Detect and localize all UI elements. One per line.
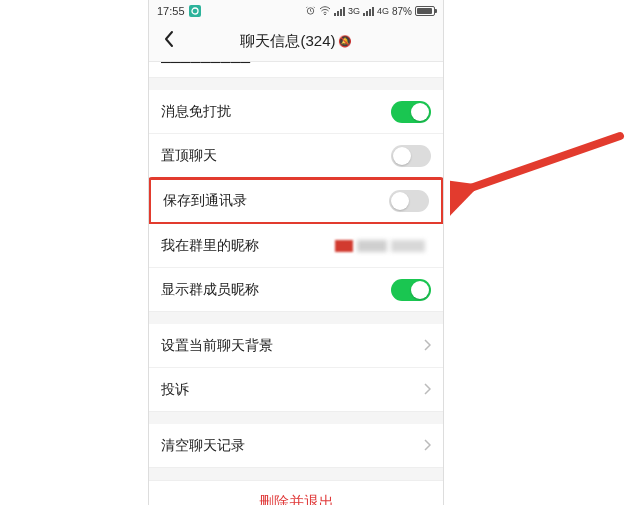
row-label: 设置当前聊天背景 (161, 337, 273, 355)
row-report[interactable]: 投诉 (149, 368, 443, 412)
status-app-icon (189, 5, 201, 17)
chevron-right-icon (423, 438, 431, 454)
row-show-member-alias[interactable]: 显示群成员昵称 (149, 268, 443, 312)
annotation-arrow (450, 118, 630, 238)
battery-icon (415, 6, 435, 16)
toggle-mute[interactable] (391, 101, 431, 123)
phone-frame: 17:55 3G 4G 87% 聊天信息(324)🔕 (148, 0, 444, 505)
signal-icon-1 (334, 7, 345, 16)
row-label: 置顶聊天 (161, 147, 217, 165)
alias-value-redacted (335, 237, 431, 255)
row-label: 删除并退出 (259, 493, 334, 505)
svg-point-0 (192, 8, 198, 14)
nav-bar: 聊天信息(324)🔕 (149, 22, 443, 62)
status-time: 17:55 (157, 5, 185, 17)
alarm-icon (305, 5, 316, 18)
network-label-1: 3G (348, 6, 360, 16)
row-my-group-alias[interactable]: 我在群里的昵称 (149, 224, 443, 268)
settings-list: █████████ 消息免打扰 置顶聊天 保存到通讯录 我在群里的昵称 显示群成… (149, 62, 443, 505)
row-label: 清空聊天记录 (161, 437, 245, 455)
battery-pct: 87% (392, 6, 412, 17)
svg-point-2 (324, 14, 325, 15)
row-label: 投诉 (161, 381, 189, 399)
back-button[interactable] (157, 26, 181, 57)
row-label: 显示群成员昵称 (161, 281, 259, 299)
network-label-2: 4G (377, 6, 389, 16)
toggle-show-alias[interactable] (391, 279, 431, 301)
row-mute-notifications[interactable]: 消息免打扰 (149, 90, 443, 134)
row-save-to-contacts[interactable]: 保存到通讯录 (151, 180, 441, 222)
chevron-right-icon (423, 338, 431, 354)
partial-cutoff-row: █████████ (149, 62, 443, 78)
mute-icon: 🔕 (338, 35, 352, 47)
row-delete-and-exit[interactable]: 删除并退出 (149, 480, 443, 505)
row-label: 我在群里的昵称 (161, 237, 259, 255)
row-clear-history[interactable]: 清空聊天记录 (149, 424, 443, 468)
toggle-sticky[interactable] (391, 145, 431, 167)
highlight-annotation: 保存到通讯录 (149, 177, 443, 225)
wifi-icon (319, 5, 331, 17)
signal-icon-2 (363, 7, 374, 16)
page-title: 聊天信息(324)🔕 (149, 32, 443, 51)
status-bar: 17:55 3G 4G 87% (149, 0, 443, 22)
row-sticky-chat[interactable]: 置顶聊天 (149, 134, 443, 178)
toggle-save-contacts[interactable] (389, 190, 429, 212)
row-label: 保存到通讯录 (163, 192, 247, 210)
chevron-right-icon (423, 382, 431, 398)
row-label: 消息免打扰 (161, 103, 231, 121)
row-set-chat-background[interactable]: 设置当前聊天背景 (149, 324, 443, 368)
